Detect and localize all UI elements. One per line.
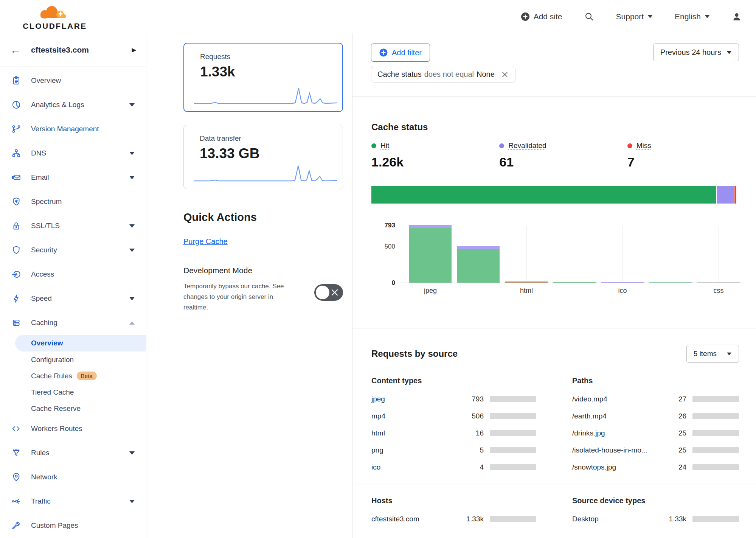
add-filter-button[interactable]: Add filter [371, 44, 430, 62]
sidebar-item-workers-routes[interactable]: Workers Routes [0, 417, 146, 441]
table-row[interactable]: /earth.mp4 26 [572, 407, 739, 424]
divider [183, 256, 343, 256]
user-menu[interactable] [732, 12, 742, 22]
sidebar-item-custom-pages[interactable]: Custom Pages [0, 513, 146, 538]
chevron-down-icon [129, 103, 135, 107]
sidebar-subitem-cache-reserve[interactable]: Cache Reserve [0, 400, 146, 417]
x-axis-tick: css [714, 287, 724, 295]
bar-segment-hit [553, 282, 596, 283]
bar-segment-revalidated [409, 225, 452, 228]
table-row[interactable]: /isolated-house-in-mo... 25 [572, 442, 739, 459]
traffic-icon [11, 496, 21, 506]
sidebar-item-version-management[interactable]: Version Management [0, 117, 146, 141]
sidebar-item-security[interactable]: Security [0, 238, 146, 262]
table-row[interactable]: /snowtops.jpg 24 [572, 459, 739, 476]
chevron-right-icon[interactable]: ▶ [132, 47, 136, 53]
table-row[interactable]: cftestsite3.com 1.33k [371, 510, 536, 527]
remove-filter-icon[interactable] [501, 70, 509, 79]
cloudflare-logo[interactable]: CLOUDFLARE [8, 3, 102, 31]
back-arrow-icon[interactable]: ← [10, 44, 21, 56]
gridline [622, 225, 623, 283]
custom-pages-icon [11, 521, 21, 530]
chart-bar-html[interactable] [505, 281, 548, 283]
chart-bar-col-3[interactable] [553, 282, 596, 283]
stat-hit: Hit 1.26k [371, 138, 487, 173]
row-bar [692, 447, 739, 453]
row-label: /earth.mp4 [572, 412, 662, 420]
source-device-types-section: Source device types Desktop 1.33k [553, 496, 756, 527]
items-count-dropdown[interactable]: 5 items [686, 345, 739, 363]
table-row[interactable]: mp4 506 [371, 407, 536, 424]
sidebar-item-caching[interactable]: Caching [0, 311, 146, 335]
sidebar-item-analytics-logs[interactable]: Analytics & Logs [0, 93, 146, 117]
sidebar-subitem-cache-rules[interactable]: Cache RulesBeta [0, 368, 146, 384]
row-bar [692, 430, 739, 436]
search-button[interactable] [584, 12, 594, 22]
toggle-off-x-icon [331, 288, 339, 297]
chart-bar-col-1[interactable] [457, 246, 500, 283]
sidebar-subitem-overview[interactable]: Overview [15, 335, 146, 351]
speed-icon [11, 294, 21, 303]
support-menu[interactable]: Support [616, 12, 653, 21]
sidebar-item-spectrum[interactable]: Spectrum [0, 190, 146, 214]
sidebar-item-label: Rules [31, 449, 129, 457]
filter-section: Add filter Cache status does not equal N… [352, 33, 756, 96]
sidebar-item-traffic[interactable]: Traffic [0, 489, 146, 513]
sidebar-item-overview[interactable]: Overview [0, 68, 146, 93]
chart-x-axis-labels: jpeghtmlicocss [401, 283, 743, 294]
time-range-dropdown[interactable]: Previous 24 hours [653, 44, 739, 61]
requests-metric-card[interactable]: Requests 1.33k [183, 43, 343, 112]
row-bar [692, 464, 739, 470]
cloudflare-wordmark: CLOUDFLARE [23, 22, 87, 31]
chart-bar-jpeg[interactable] [409, 225, 452, 283]
chart-bar-ico[interactable] [601, 282, 644, 283]
hit-label[interactable]: Hit [380, 141, 389, 150]
sidebar-item-rules[interactable]: Rules [0, 441, 146, 465]
chart-bar-col-5[interactable] [649, 282, 692, 283]
row-bar [490, 413, 536, 419]
hit-dot-icon [371, 143, 376, 148]
sidebar-item-access[interactable]: Access [0, 262, 146, 286]
sidebar-subitem-label: Overview [31, 339, 63, 347]
sidebar-item-email[interactable]: Email [0, 165, 146, 190]
table-row[interactable]: /video.mp4 27 [572, 390, 739, 407]
miss-label[interactable]: Miss [636, 141, 651, 150]
chevron-down-icon [129, 224, 135, 228]
chip-field: Cache status [377, 70, 422, 79]
row-label: /isolated-house-in-mo... [572, 446, 662, 454]
access-icon [11, 269, 21, 279]
chart-bar-css[interactable] [697, 282, 740, 283]
table-row[interactable]: png 5 [371, 442, 536, 459]
row-label: html [371, 429, 459, 437]
row-label: mp4 [371, 412, 459, 420]
cache-status-stacked-bar [371, 186, 736, 204]
requests-by-source-title: Requests by source [371, 348, 458, 359]
development-mode-toggle[interactable] [314, 284, 343, 301]
data-transfer-value: 13.33 GB [200, 146, 343, 162]
table-row[interactable]: Desktop 1.33k [572, 510, 739, 527]
purge-cache-link[interactable]: Purge Cache [183, 237, 228, 246]
row-bar [490, 516, 536, 522]
language-menu[interactable]: English [675, 12, 710, 21]
filter-chip-cache-status[interactable]: Cache status does not equal None [371, 66, 515, 83]
table-row[interactable]: html 16 [371, 424, 536, 442]
chevron-down-icon [647, 15, 653, 18]
row-label: /video.mp4 [572, 395, 662, 403]
chevron-down-icon [129, 500, 135, 503]
data-transfer-metric-card[interactable]: Data transfer 13.33 GB [183, 125, 343, 189]
revalidated-label[interactable]: Revalidated [508, 141, 546, 150]
sidebar-subitem-configuration[interactable]: Configuration [0, 351, 146, 368]
chip-value: None [477, 70, 495, 79]
table-row[interactable]: ico 4 [371, 459, 536, 476]
table-row[interactable]: jpeg 793 [371, 390, 536, 407]
sidebar-item-ssl-tls[interactable]: SSL/TLS [0, 214, 146, 238]
sidebar-subitem-tiered-cache[interactable]: Tiered Cache [0, 384, 146, 400]
bar-segment-hit [409, 228, 452, 283]
sidebar-item-speed[interactable]: Speed [0, 286, 146, 311]
sidebar-item-dns[interactable]: DNS [0, 141, 146, 165]
revalidated-dot-icon [499, 143, 504, 148]
sidebar-item-label: Security [31, 246, 129, 254]
sidebar-item-network[interactable]: Network [0, 465, 146, 489]
add-site-button[interactable]: Add site [521, 12, 562, 21]
table-row[interactable]: /drinks.jpg 25 [572, 424, 739, 442]
